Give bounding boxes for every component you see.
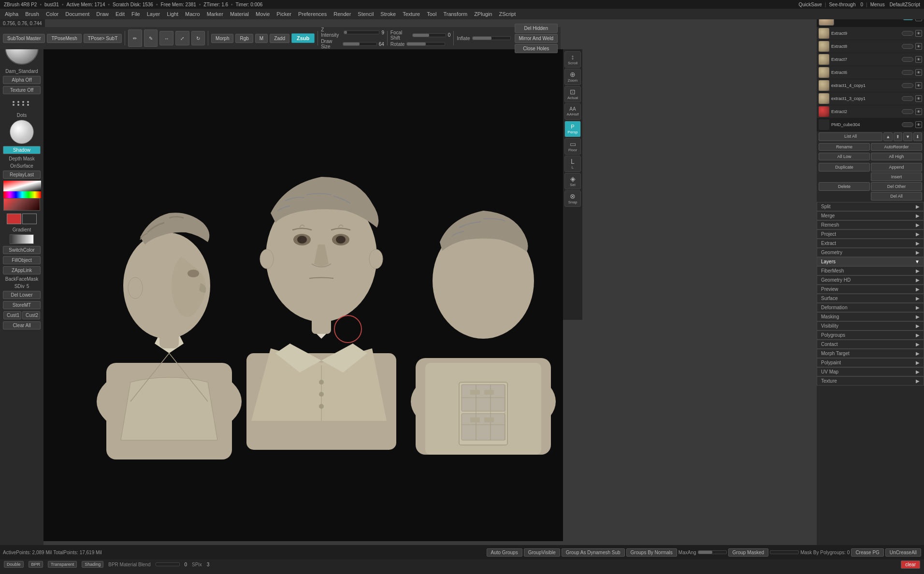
fill-object-btn[interactable]: FillObject: [3, 256, 41, 264]
move-up-btn[interactable]: ▲: [883, 132, 893, 141]
auto-reorder-btn[interactable]: AutoReorder: [871, 143, 922, 151]
subtool-toggle-3[interactable]: [902, 70, 913, 75]
m-btn[interactable]: M: [255, 34, 268, 43]
menu-texture[interactable]: Texture: [400, 10, 423, 18]
polygroups-section[interactable]: Polygroups▶: [817, 330, 924, 340]
foreground-color-chip[interactable]: [7, 214, 21, 224]
focal-shift-slider[interactable]: [412, 33, 446, 37]
aahalf-btn[interactable]: AA AAHalf: [564, 103, 581, 120]
list-all-btn[interactable]: List All: [819, 132, 882, 141]
geometry-section[interactable]: Geometry▶: [817, 248, 924, 257]
delete-btn[interactable]: Delete: [819, 182, 870, 191]
subtool-toggle-6[interactable]: [902, 109, 913, 114]
all-low-btn[interactable]: All Low: [819, 153, 870, 160]
duplicate-btn[interactable]: Duplicate: [819, 163, 870, 172]
menu-light[interactable]: Light: [164, 10, 181, 18]
shading-btn[interactable]: Shading: [82, 561, 103, 568]
subtool-eye-1[interactable]: 👁: [915, 43, 922, 50]
geometry-hd-section[interactable]: Geometry HD▶: [817, 275, 924, 285]
inflate-slider[interactable]: [472, 36, 511, 40]
project-section[interactable]: Project▶: [817, 230, 924, 239]
actual-btn[interactable]: ⊡ Actual: [564, 86, 581, 102]
close-holes-btn[interactable]: Close Holes: [515, 44, 558, 53]
subtool-toggle-2[interactable]: [902, 57, 913, 62]
subtool-eye-6[interactable]: 👁: [915, 108, 922, 115]
rotate-btn2[interactable]: ↻: [191, 31, 205, 45]
split-section[interactable]: Split▶: [817, 202, 924, 211]
auto-groups-btn[interactable]: Auto Groups: [487, 548, 522, 557]
masking-section[interactable]: Masking▶: [817, 312, 924, 321]
surface-section[interactable]: Surface▶: [817, 294, 924, 303]
zoom-btn[interactable]: ⊕ Zoom: [564, 69, 581, 85]
del-all-btn[interactable]: Del All: [871, 192, 922, 201]
layers-section[interactable]: Layers▼: [817, 257, 924, 266]
extract-section[interactable]: Extract▶: [817, 239, 924, 248]
visibility-section[interactable]: Visibility▶: [817, 321, 924, 330]
group-visible-btn[interactable]: GroupVisible: [524, 548, 560, 557]
clear-btn[interactable]: clear: [901, 560, 920, 569]
cust2-btn[interactable]: Cust2: [22, 311, 40, 319]
rotate-slider[interactable]: [406, 42, 445, 46]
menu-file[interactable]: File: [129, 10, 143, 18]
zapp-link-btn[interactable]: ZAppLink: [3, 266, 41, 274]
subtool-item-5[interactable]: extract1_3_copy1 👁: [817, 92, 924, 105]
menu-draw[interactable]: Draw: [93, 10, 112, 18]
subtool-toggle-5[interactable]: [902, 96, 913, 101]
polypaint-section[interactable]: Polypaint▶: [817, 358, 924, 367]
default-script-btn[interactable]: DefaultZScript: [888, 2, 922, 7]
menu-layer[interactable]: Layer: [144, 10, 163, 18]
morph-btn[interactable]: Morph: [211, 34, 233, 43]
bpr-btn[interactable]: BPR: [29, 561, 43, 568]
quick-save-btn[interactable]: QuickSave: [796, 2, 823, 7]
subtool-eye-3[interactable]: 👁: [915, 69, 922, 76]
append-btn[interactable]: Append: [871, 163, 922, 172]
menu-render[interactable]: Render: [331, 10, 354, 18]
move-down-bottom-btn[interactable]: ⬇: [913, 132, 922, 141]
stroke-dots-display[interactable]: [7, 96, 36, 111]
floor-btn[interactable]: ▭ Floor: [564, 138, 581, 155]
groups-by-normals-btn[interactable]: Groups By Normals: [626, 548, 677, 557]
subtool-toggle-1[interactable]: [902, 44, 913, 49]
texture-section[interactable]: Texture▶: [817, 376, 924, 386]
subtool-item-1[interactable]: Extract8 👁: [817, 40, 924, 53]
subtool-eye-0[interactable]: 👁: [915, 30, 922, 37]
persp-btn[interactable]: P Persp: [564, 121, 581, 137]
subtool-toggle-4[interactable]: [902, 83, 913, 88]
texture-off-btn[interactable]: Texture Off: [3, 86, 41, 94]
morph-target-section[interactable]: Morph Target▶: [817, 349, 924, 358]
draw-btn[interactable]: ✎: [144, 29, 158, 47]
menu-transform[interactable]: Transform: [440, 10, 470, 18]
menu-zscript[interactable]: ZScript: [496, 10, 519, 18]
move-btn[interactable]: ↔: [159, 31, 173, 45]
sel-btn[interactable]: ◈ Sel: [564, 173, 581, 189]
shadow-btn[interactable]: Shadow: [3, 146, 41, 154]
subtool-eye-5[interactable]: 👁: [915, 95, 922, 102]
transparent-btn[interactable]: Transparent: [48, 561, 77, 568]
bpr-material-blend-slider[interactable]: [156, 562, 180, 566]
menu-zplugin[interactable]: ZPlugin: [471, 10, 495, 18]
del-other-btn[interactable]: Del Other: [871, 182, 922, 191]
uv-map-section[interactable]: UV Map▶: [817, 367, 924, 376]
menu-material[interactable]: Material: [227, 10, 252, 18]
gradient-preview[interactable]: [10, 234, 34, 244]
draw-size-slider[interactable]: [343, 42, 377, 46]
remesh-section[interactable]: Remesh▶: [817, 220, 924, 230]
color-field[interactable]: [3, 198, 40, 211]
group-masked-btn[interactable]: Group Masked: [728, 548, 769, 557]
menu-tool[interactable]: Tool: [424, 10, 439, 18]
menu-alpha[interactable]: Alpha: [2, 10, 21, 18]
rgb-btn[interactable]: Rgb: [235, 34, 253, 43]
material-preview[interactable]: [10, 120, 34, 144]
tpose-subt-btn[interactable]: TPose> SubT: [84, 34, 122, 43]
background-color-chip[interactable]: [22, 214, 37, 224]
del-hidden-btn[interactable]: Del Hidden: [515, 24, 558, 33]
preview-section[interactable]: Preview▶: [817, 285, 924, 294]
menu-color[interactable]: Color: [43, 10, 61, 18]
scroll-btn[interactable]: ↕ Scroll: [564, 51, 581, 68]
menu-brush[interactable]: Brush: [22, 10, 42, 18]
z-intensity-slider[interactable]: [344, 30, 379, 34]
scale-btn[interactable]: ⤢: [175, 31, 189, 45]
group-masked-slider[interactable]: [770, 550, 799, 554]
fibermesh-section[interactable]: FiberMesh▶: [817, 266, 924, 275]
gradient-picker[interactable]: [3, 181, 41, 191]
